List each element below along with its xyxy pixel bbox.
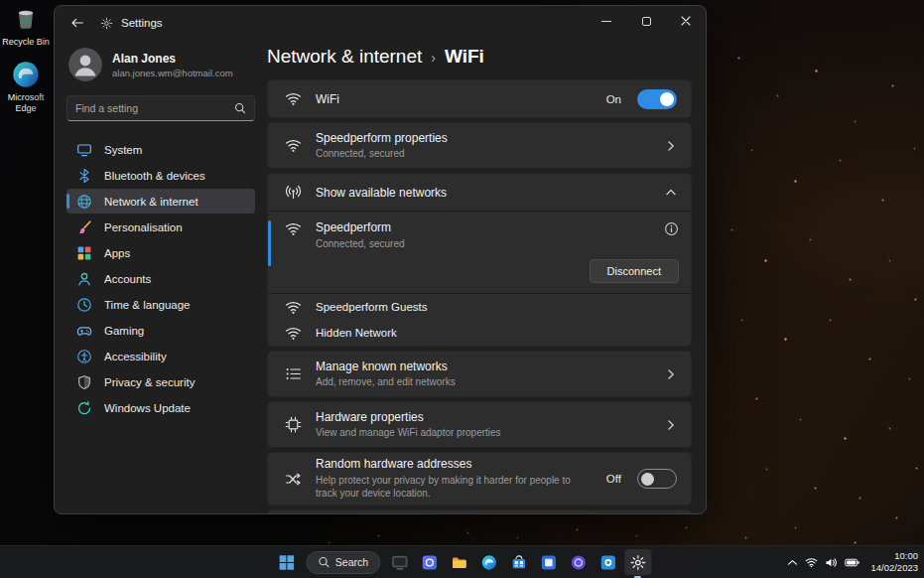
user-name: Alan Jones (112, 52, 233, 66)
folder-icon (451, 554, 467, 571)
sidebar-item-apps[interactable]: Apps (66, 240, 255, 265)
sidebar-item-accounts[interactable]: Accounts (66, 266, 255, 291)
manage-known-networks-card: Manage known networks Add, remove, and e… (267, 351, 692, 397)
settings-app-icon (100, 17, 113, 30)
network-row-speedperform-guests[interactable]: Speedperform Guests (268, 294, 691, 320)
maximize-button[interactable] (626, 6, 666, 36)
page-title: WiFi (445, 46, 484, 68)
sidebar-item-label: Accounts (104, 273, 151, 285)
tray-volume-icon[interactable] (825, 557, 838, 568)
wifi-toggle[interactable] (637, 89, 677, 109)
sidebar-item-system[interactable]: System (66, 137, 255, 162)
hardware-properties-card: Hardware properties View and manage WiFi… (267, 401, 692, 448)
blue-app-icon (540, 554, 557, 571)
edge-icon (480, 554, 497, 571)
hidden-icons-chevron[interactable] (787, 559, 798, 566)
list-icon (285, 365, 302, 382)
sidebar-item-label: Accessibility (104, 351, 167, 362)
start-button[interactable] (273, 549, 300, 575)
wifi-icon (285, 325, 302, 342)
sidebar-item-gaming[interactable]: Gaming (66, 318, 255, 343)
taskbar: Search (0, 545, 924, 578)
wifi-icon (285, 299, 302, 316)
chevron-right-icon (665, 419, 677, 431)
desktop-icon-recycle-bin[interactable]: Recycle Bin (0, 4, 52, 48)
file-explorer-button[interactable] (446, 549, 472, 575)
minimize-button[interactable] (587, 6, 626, 36)
wifi-toggle-card: WiFi On (267, 79, 692, 118)
taskbar-pinned-app-4[interactable] (565, 549, 592, 575)
window-title-text: Settings (121, 17, 163, 29)
row-title: Random hardware addresses (316, 457, 579, 471)
row-subtitle: Add, remove, and edit networks (316, 375, 456, 389)
show-available-networks-row[interactable]: Show available networks (268, 174, 691, 211)
apps-grid-icon (76, 245, 92, 261)
update-refresh-icon (76, 400, 92, 416)
hardware-properties-row[interactable]: Hardware properties View and manage WiFi… (268, 402, 691, 447)
network-status: Connected, secured (316, 237, 405, 251)
settings-cards: WiFi On Speedperform properties Connecte… (267, 79, 692, 513)
row-title: Hardware properties (316, 410, 501, 424)
tray-wifi-icon[interactable] (805, 557, 818, 568)
random-addresses-toggle[interactable] (637, 469, 677, 489)
connected-network-row[interactable]: Speedperform Connected, secured Disconne… (268, 212, 691, 293)
network-globe-icon (76, 194, 92, 210)
personalisation-brush-icon (76, 219, 92, 235)
sidebar-item-windows-update[interactable]: Windows Update (66, 395, 255, 420)
taskbar-search[interactable]: Search (306, 551, 380, 574)
partially-visible-card (267, 509, 692, 513)
selected-network-accent-bar (268, 220, 271, 266)
taskbar-pinned-app-1[interactable] (386, 549, 413, 575)
taskbar-pinned-app-3[interactable] (535, 549, 562, 575)
sidebar-item-label: Gaming (104, 325, 144, 337)
sidebar-item-time-language[interactable]: Time & language (66, 292, 255, 317)
manage-known-networks-row[interactable]: Manage known networks Add, remove, and e… (268, 352, 691, 396)
sidebar-item-bluetooth-devices[interactable]: Bluetooth & devices (66, 163, 255, 188)
chevron-right-icon (665, 140, 677, 152)
user-account[interactable]: Alan Jones alan.jones.wm@hotmail.com (68, 48, 253, 81)
search-input[interactable] (75, 102, 228, 114)
close-button[interactable] (666, 6, 706, 36)
edge-icon (11, 60, 41, 89)
sidebar-item-label: System (104, 144, 142, 156)
toggle-knob (660, 92, 674, 106)
store-button[interactable] (505, 549, 532, 575)
network-properties-card: Speedperform properties Connected, secur… (267, 122, 692, 169)
sidebar-item-personalisation[interactable]: Personalisation (66, 215, 255, 239)
store-bag-icon (510, 554, 527, 571)
info-icon[interactable] (664, 220, 679, 236)
back-button[interactable] (65, 12, 90, 34)
bluetooth-icon (76, 168, 92, 184)
taskbar-search-label: Search (335, 556, 368, 568)
toggle-knob (641, 473, 654, 486)
accessibility-icon (76, 349, 92, 364)
network-properties-row[interactable]: Speedperform properties Connected, secur… (268, 123, 691, 168)
partially-visible-row[interactable] (268, 510, 691, 513)
sidebar-item-network-internet[interactable]: Network & internet (66, 189, 255, 214)
wifi-toggle-state: On (606, 93, 621, 105)
clock[interactable]: 10:00 14/02/2023 (870, 550, 918, 575)
edge-button[interactable] (475, 549, 502, 575)
network-row-hidden-network[interactable]: Hidden Network (268, 320, 691, 346)
row-subtitle: View and manage WiFi adaptor properties (316, 426, 501, 440)
disconnect-button[interactable]: Disconnect (590, 259, 679, 283)
taskbar-pinned-app-2[interactable] (416, 549, 443, 575)
sidebar-item-accessibility[interactable]: Accessibility (66, 344, 255, 368)
wifi-icon (285, 90, 302, 107)
network-name: Hidden Network (316, 327, 397, 339)
search-icon[interactable] (234, 102, 246, 114)
breadcrumb-separator: › (431, 48, 436, 66)
available-networks-card: Show available networks Speedperform Con… (267, 173, 692, 347)
chevron-right-icon (665, 368, 677, 380)
taskbar-pinned-app-5[interactable] (594, 549, 621, 575)
desktop-icon-microsoft-edge[interactable]: Microsoft Edge (0, 60, 52, 114)
wifi-row-title: WiFi (316, 92, 339, 106)
settings-button[interactable] (624, 549, 651, 575)
user-email: alan.jones.wm@hotmail.com (112, 68, 233, 78)
dark-laptop-icon (391, 554, 408, 571)
search-icon (318, 556, 330, 568)
sidebar-item-label: Privacy & security (104, 376, 195, 388)
breadcrumb-parent[interactable]: Network & internet (267, 46, 422, 68)
tray-battery-icon[interactable] (845, 558, 859, 567)
sidebar-item-privacy-security[interactable]: Privacy & security (66, 369, 255, 394)
